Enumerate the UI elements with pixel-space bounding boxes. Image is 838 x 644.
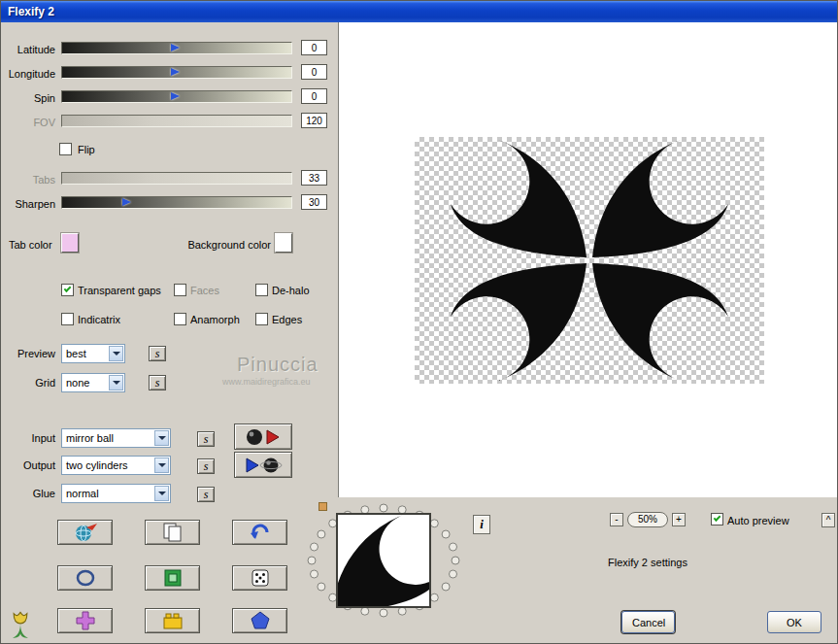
anamorph-checkbox[interactable]	[174, 313, 186, 325]
dice-icon	[249, 567, 272, 589]
cancel-button[interactable]: Cancel	[621, 611, 675, 633]
pentagon-icon	[249, 610, 272, 631]
green-square-icon	[161, 567, 184, 589]
sphere-play-icon	[243, 427, 284, 447]
faces-label: Faces	[190, 285, 219, 297]
background-color-label: Background color	[166, 239, 271, 252]
circle-button[interactable]	[57, 565, 113, 591]
watermark-url: www.maidiregrafica.eu	[222, 377, 311, 387]
edges-checkbox[interactable]	[255, 313, 268, 325]
brick-button[interactable]	[145, 608, 200, 633]
latitude-slider[interactable]	[61, 42, 292, 54]
longitude-slider[interactable]	[61, 66, 292, 79]
titlebar: Flexify 2	[1, 1, 837, 22]
tab-color-label: Tab color	[9, 239, 52, 252]
grid-save-button[interactable]: s	[149, 375, 166, 390]
fov-slider	[61, 115, 292, 127]
ok-button[interactable]: OK	[767, 611, 821, 633]
plus-icon	[74, 610, 97, 631]
zoom-level[interactable]: 50%	[627, 512, 668, 527]
square-button[interactable]	[145, 565, 200, 591]
grid-select[interactable]: none	[61, 373, 125, 392]
output-select-value: two cylinders	[66, 459, 128, 471]
checkmark-icon	[714, 514, 721, 522]
input-preview-button[interactable]	[234, 424, 292, 450]
glue-select-value: normal	[66, 488, 99, 499]
longitude-value-input[interactable]	[301, 64, 327, 80]
undo-arrow-icon	[249, 522, 272, 543]
auto-preview-checkbox[interactable]	[711, 513, 723, 525]
butterfly-shape	[415, 137, 764, 384]
gem-button[interactable]	[232, 608, 287, 633]
spin-slider-thumb[interactable]	[171, 92, 180, 100]
preview-image[interactable]	[415, 137, 764, 384]
collapse-button[interactable]: ^	[821, 513, 835, 527]
thumbnail-image	[338, 515, 429, 606]
output-select-arrow-button[interactable]	[154, 458, 169, 473]
tulip-icon	[6, 609, 35, 640]
copy-button[interactable]	[145, 520, 200, 545]
longitude-label: Longitude	[1, 68, 55, 81]
checkmark-icon	[64, 285, 72, 292]
website-button[interactable]	[57, 520, 113, 545]
chevron-down-icon	[158, 491, 166, 495]
preview-select-label: Preview	[1, 348, 55, 360]
navigation-thumbnail[interactable]	[336, 513, 431, 608]
chevron-down-icon	[113, 381, 120, 385]
tab-color-swatch[interactable]	[61, 233, 79, 253]
longitude-slider-thumb[interactable]	[171, 68, 180, 76]
spin-value-input[interactable]	[301, 88, 327, 104]
zoom-in-button[interactable]: +	[672, 513, 686, 526]
ellipse-icon	[74, 567, 97, 589]
glue-save-button[interactable]: s	[197, 487, 215, 502]
preview-select[interactable]: best	[61, 344, 125, 363]
settings-name-text: Flexify 2 settings	[564, 557, 731, 569]
sharpen-value-input[interactable]	[301, 194, 327, 210]
input-select[interactable]: mirror ball	[61, 428, 171, 448]
ring-handle[interactable]	[318, 502, 327, 511]
copy-icon	[161, 522, 184, 543]
fov-value-input[interactable]	[301, 113, 327, 128]
input-save-button[interactable]: s	[197, 431, 215, 447]
sharpen-slider-thumb[interactable]	[122, 198, 131, 206]
zoom-out-button[interactable]: -	[610, 513, 623, 526]
spin-slider[interactable]	[61, 90, 292, 103]
flip-checkbox[interactable]	[59, 143, 72, 155]
output-save-button[interactable]: s	[197, 458, 215, 474]
glue-select[interactable]: normal	[61, 484, 171, 503]
info-button[interactable]: i	[473, 515, 490, 534]
flaming-pear-logo[interactable]	[6, 609, 35, 640]
transparent-gaps-label: Transparent gaps	[78, 285, 161, 297]
sharpen-slider[interactable]	[61, 196, 292, 209]
grid-select-arrow-button[interactable]	[109, 375, 123, 390]
glue-select-arrow-button[interactable]	[154, 486, 169, 501]
plus-button[interactable]	[57, 608, 113, 633]
preview-save-button[interactable]: s	[149, 346, 166, 361]
de-halo-checkbox[interactable]	[255, 284, 268, 296]
preview-select-arrow-button[interactable]	[109, 346, 123, 361]
faces-checkbox	[174, 284, 186, 296]
output-select[interactable]: two cylinders	[61, 456, 171, 475]
play-sphere-icon	[243, 456, 284, 475]
window-title: Flexify 2	[1, 1, 837, 22]
tabs-value-input[interactable]	[301, 170, 327, 186]
latitude-value-input[interactable]	[301, 40, 327, 55]
latitude-label: Latitude	[1, 44, 55, 56]
spin-label: Spin	[1, 92, 55, 105]
background-color-swatch[interactable]	[275, 233, 292, 253]
input-select-value: mirror ball	[66, 432, 114, 444]
tabs-slider	[61, 172, 292, 185]
indicatrix-checkbox[interactable]	[61, 313, 74, 325]
transparent-gaps-checkbox[interactable]	[61, 284, 74, 296]
input-select-arrow-button[interactable]	[154, 430, 169, 446]
auto-preview-label: Auto preview	[727, 515, 789, 527]
preview-area	[338, 22, 838, 497]
globe-icon	[73, 522, 98, 543]
de-halo-label: De-halo	[272, 285, 310, 297]
chevron-down-icon	[158, 436, 166, 440]
random-button[interactable]	[232, 565, 287, 591]
undo-button[interactable]	[232, 520, 287, 545]
latitude-slider-thumb[interactable]	[171, 44, 180, 51]
output-preview-button[interactable]	[234, 452, 292, 478]
flexify-dialog: Flexify 2 Latitude Longitude Spin FOV	[0, 0, 838, 644]
